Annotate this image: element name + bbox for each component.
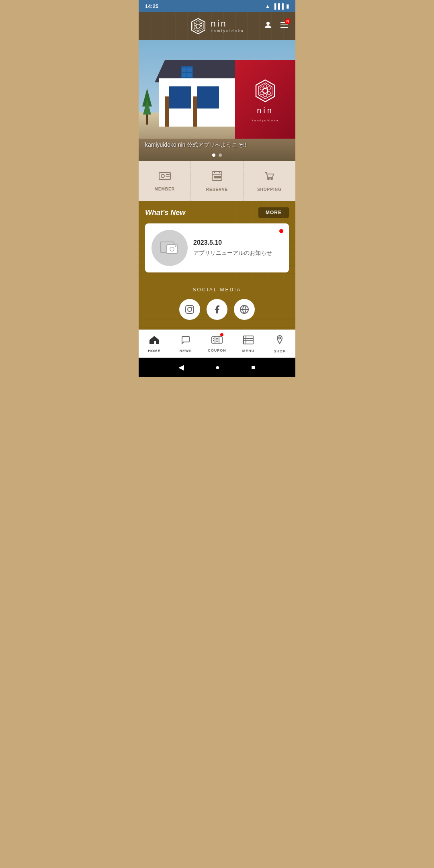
dot-2[interactable] bbox=[219, 154, 222, 157]
member-label: MEMBER bbox=[154, 187, 174, 191]
hero-banner: nin kamiyuidoko kamiyuidoko nin 公式アプリへよう… bbox=[139, 40, 295, 161]
time-display: 14:25 bbox=[145, 3, 158, 9]
menu-icon bbox=[243, 335, 254, 347]
svg-point-23 bbox=[161, 174, 164, 178]
android-navbar: ◀ ● ■ bbox=[139, 358, 295, 377]
shop-svg bbox=[275, 335, 285, 345]
website-button[interactable] bbox=[234, 299, 255, 320]
svg-point-4 bbox=[200, 23, 202, 26]
svg-point-5 bbox=[200, 27, 202, 29]
menu-button[interactable]: N bbox=[279, 20, 289, 32]
bottom-navigation: HOME NEWS COUPON bbox=[139, 330, 295, 358]
logo: nin kamiyuidoko bbox=[190, 18, 244, 35]
whats-new-title: What's New bbox=[145, 209, 185, 217]
svg-point-19 bbox=[264, 94, 267, 97]
svg-point-6 bbox=[197, 28, 199, 31]
home-hw-button[interactable]: ● bbox=[215, 363, 220, 372]
social-icons-group bbox=[145, 299, 289, 320]
unread-indicator bbox=[279, 229, 283, 233]
battery-icon: ▮ bbox=[286, 3, 289, 9]
svg-point-7 bbox=[194, 27, 197, 29]
logo-subtitle: kamiyuidoko bbox=[211, 29, 244, 33]
svg-point-38 bbox=[175, 246, 176, 247]
svg-rect-11 bbox=[280, 25, 288, 25]
svg-point-20 bbox=[260, 92, 263, 95]
profile-button[interactable] bbox=[263, 20, 273, 32]
bottom-nav-coupon[interactable]: COUPON bbox=[201, 330, 233, 358]
logo-icon bbox=[190, 18, 207, 35]
instagram-icon bbox=[185, 305, 194, 314]
shopping-label: SHOPPING bbox=[257, 187, 282, 192]
svg-point-18 bbox=[267, 92, 270, 95]
banner-name: nin bbox=[257, 106, 274, 115]
social-media-section: SOCIAL MEDIA bbox=[139, 279, 295, 330]
svg-point-40 bbox=[188, 307, 192, 311]
back-button[interactable]: ◀ bbox=[178, 363, 184, 372]
quick-nav: MEMBER RESERVE SHOPPING bbox=[139, 161, 295, 201]
recents-button[interactable]: ■ bbox=[251, 363, 256, 372]
svg-point-33 bbox=[268, 178, 269, 180]
coupon-notification-dot bbox=[220, 333, 223, 336]
header-actions: N bbox=[263, 20, 289, 32]
facebook-icon bbox=[212, 305, 222, 314]
nav-member[interactable]: MEMBER bbox=[139, 161, 191, 201]
bottom-nav-home[interactable]: HOME bbox=[139, 330, 170, 358]
svg-point-21 bbox=[260, 87, 263, 90]
shopping-icon bbox=[264, 170, 275, 184]
svg-point-56 bbox=[279, 337, 281, 339]
svg-point-17 bbox=[267, 87, 270, 90]
svg-point-2 bbox=[196, 24, 200, 28]
photo-placeholder-icon bbox=[160, 240, 180, 256]
reserve-icon bbox=[211, 170, 223, 184]
bottom-nav-menu[interactable]: MENU bbox=[233, 330, 264, 358]
svg-point-9 bbox=[266, 22, 270, 25]
app-header: nin kamiyuidoko N bbox=[139, 12, 295, 40]
home-label: HOME bbox=[148, 349, 161, 353]
bottom-nav-news[interactable]: NEWS bbox=[170, 330, 201, 358]
menu-label: MENU bbox=[242, 349, 255, 353]
banner-logo bbox=[253, 79, 277, 103]
status-icons: ▲ ▐▐▐ ▮ bbox=[265, 3, 289, 9]
home-icon bbox=[149, 335, 160, 347]
svg-point-34 bbox=[271, 178, 272, 180]
whats-new-section: What's New MORE 2023.5.10 アプリリニューアルのお知らせ bbox=[139, 201, 295, 279]
svg-point-16 bbox=[264, 85, 267, 88]
dot-1[interactable] bbox=[212, 154, 215, 157]
news-text: アプリリニューアルのお知らせ bbox=[193, 250, 283, 257]
banner-subtitle: kamiyuidoko bbox=[252, 119, 278, 122]
svg-rect-32 bbox=[219, 176, 221, 178]
news-label: NEWS bbox=[180, 349, 192, 353]
news-svg bbox=[181, 335, 190, 345]
instagram-button[interactable] bbox=[179, 299, 200, 320]
facebook-button[interactable] bbox=[207, 299, 227, 320]
home-svg bbox=[149, 335, 160, 345]
nav-reserve[interactable]: RESERVE bbox=[191, 161, 243, 201]
svg-rect-39 bbox=[186, 305, 194, 313]
svg-point-8 bbox=[194, 23, 197, 26]
web-icon bbox=[240, 305, 249, 314]
red-banner: nin kamiyuidoko bbox=[235, 60, 295, 141]
coupon-icon bbox=[211, 336, 223, 347]
whats-new-header: What's New MORE bbox=[145, 207, 289, 218]
logo-text-group: nin kamiyuidoko bbox=[211, 19, 244, 33]
news-content: 2023.5.10 アプリリニューアルのお知らせ bbox=[193, 239, 283, 257]
carousel-dots bbox=[139, 154, 295, 157]
svg-rect-12 bbox=[280, 27, 288, 28]
news-date: 2023.5.10 bbox=[193, 239, 283, 246]
wifi-icon: ▲ bbox=[265, 3, 270, 9]
news-card[interactable]: 2023.5.10 アプリリニューアルのお知らせ bbox=[145, 223, 289, 272]
news-icon bbox=[181, 335, 190, 347]
shop-label: SHOP bbox=[274, 349, 286, 353]
svg-rect-31 bbox=[217, 176, 218, 178]
signal-icon: ▐▐▐ bbox=[272, 3, 284, 9]
svg-marker-13 bbox=[256, 80, 274, 102]
svg-rect-30 bbox=[214, 176, 216, 178]
svg-point-3 bbox=[197, 22, 199, 24]
status-bar: 14:25 ▲ ▐▐▐ ▮ bbox=[139, 0, 295, 12]
more-button[interactable]: MORE bbox=[258, 207, 289, 218]
nav-shopping[interactable]: SHOPPING bbox=[244, 161, 295, 201]
notification-badge: N bbox=[285, 18, 291, 24]
bottom-nav-shop[interactable]: SHOP bbox=[264, 330, 295, 358]
svg-marker-1 bbox=[193, 20, 203, 32]
hero-caption: kamiyuidoko nin 公式アプリへようこそ!! bbox=[139, 141, 295, 149]
